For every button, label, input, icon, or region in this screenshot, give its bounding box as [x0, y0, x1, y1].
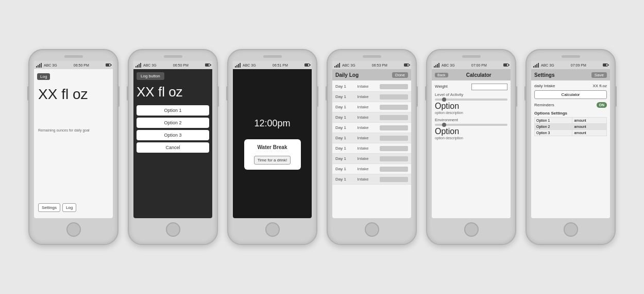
phone3-top-button	[263, 55, 282, 58]
option-value: amount	[572, 130, 607, 136]
phone2-cancel-button[interactable]: Cancel	[137, 142, 209, 153]
phone4-title: Daily Log	[335, 72, 359, 78]
phone3: ABC 3G 06:51 PM 12:00pm Water Break Time…	[227, 49, 317, 245]
day-label: Day 1	[335, 177, 346, 182]
intake-bar	[380, 167, 408, 172]
table-row: Day 1Intake	[332, 123, 411, 133]
day-label: Day 1	[335, 105, 346, 109]
intake-bar	[380, 136, 408, 141]
phone3-home-button[interactable]	[265, 222, 280, 237]
phone4-screen: ABC 3G 06:53 PM Daily Log Done Day 1Inta…	[332, 61, 411, 218]
table-row: Day 1Intake	[332, 143, 411, 154]
phone3-screen: ABC 3G 06:51 PM 12:00pm Water Break Time…	[233, 61, 312, 218]
phone1-settings-button[interactable]: Settings	[38, 203, 60, 212]
phone4-time: 06:53 PM	[372, 63, 387, 67]
phone2-log-button[interactable]: Log button	[137, 72, 164, 80]
phone1-remaining-text: Remaining ounces for daily goal	[34, 103, 113, 132]
phone5-option2-desc: option description	[435, 136, 507, 140]
phone2-amount: XX fl oz	[137, 84, 209, 100]
phone6-reminders-label: Reminders	[534, 103, 554, 107]
phone2-home-button[interactable]	[166, 222, 180, 237]
phone5-home-button[interactable]	[464, 222, 479, 237]
intake-label: Intake	[358, 105, 369, 109]
phone5-weight-label: Weight	[435, 84, 448, 89]
phone5-carrier: ABC 3G	[442, 63, 455, 67]
phone6-time: 07:09 PM	[571, 63, 586, 67]
day-label: Day 1	[335, 115, 346, 120]
phone5-option2-title: Option	[435, 127, 507, 136]
day-label: Day 1	[335, 167, 346, 171]
phone6-reminders-toggle[interactable]: ON	[597, 102, 607, 108]
phone6-calculator-button[interactable]: Calculator	[534, 90, 607, 99]
table-row: Day 1Intake	[332, 154, 411, 164]
phone4-carrier: ABC 3G	[342, 63, 355, 67]
phone5-weight-input[interactable]	[471, 84, 507, 90]
option-name: Option 1	[535, 118, 572, 124]
phone1-bottom-buttons: Settings Log	[34, 199, 113, 216]
phone1-log-button2[interactable]: Log	[62, 203, 76, 212]
phone6-home-button[interactable]	[564, 222, 578, 237]
intake-bar	[380, 84, 408, 89]
phone5-environment-label: Environment	[435, 118, 507, 122]
phone5-screen-content: Weight Level of Activity Option option d…	[432, 80, 511, 218]
phone6-daily-intake-row: daily Intake XX fl.oz	[534, 84, 607, 88]
phone3-time-display: 12:00pm	[254, 118, 290, 129]
intake-label: Intake	[358, 125, 369, 130]
phone6-options-table: Option 1 amount Option 2 amount Option 3…	[534, 117, 607, 136]
phone4-top-button	[363, 55, 381, 58]
phone5-activity-slider[interactable]	[435, 99, 507, 101]
phone2-option3-button[interactable]: Option 3	[137, 130, 209, 140]
phone1-status-bar: ABC 3G 06:50 PM	[34, 61, 113, 69]
phone6-carrier: ABC 3G	[541, 63, 554, 67]
phone6-reminders-row: Reminders ON	[534, 102, 607, 108]
phones-container: ABC 3G 06:50 PM Log XX fl oz Remaining o…	[18, 39, 626, 255]
phone3-screen-content: 12:00pm Water Break Time for a drink!	[233, 69, 312, 218]
phone6-save-button[interactable]: Save	[591, 72, 607, 78]
table-row: Day 1Intake	[332, 174, 411, 185]
intake-label: Intake	[358, 177, 369, 182]
phone5-top-button	[462, 55, 481, 58]
intake-label: Intake	[358, 136, 369, 140]
table-row: Day 1Intake	[332, 112, 411, 123]
intake-label: Intake	[358, 84, 369, 89]
intake-bar	[380, 146, 408, 151]
phone4-done-button[interactable]: Done	[392, 72, 408, 78]
phone6-status-bar: ABC 3G 07:09 PM	[531, 61, 610, 69]
phone1-carrier: ABC 3G	[44, 63, 57, 67]
intake-label: Intake	[358, 146, 369, 151]
phone1-home-button[interactable]	[66, 222, 81, 237]
table-row: Option 3 amount	[535, 130, 607, 136]
intake-label: Intake	[358, 94, 369, 99]
phone3-drink-button[interactable]: Time for a drink!	[254, 156, 291, 165]
table-row: Day 1Intake	[332, 92, 411, 102]
phone1-log-button[interactable]: Log	[37, 73, 50, 80]
phone5-activity-label: Level of Activity	[435, 92, 507, 97]
phone5-back-button[interactable]: Back	[435, 73, 448, 77]
phone4-home-button[interactable]	[365, 222, 379, 237]
table-row: Day 1Intake	[332, 164, 411, 174]
day-label: Day 1	[335, 136, 346, 140]
intake-bar	[380, 94, 408, 100]
phone6-top-button	[562, 55, 580, 58]
phone6-options-settings-title: Options Settings	[534, 111, 607, 116]
table-row: Option 1 amount	[535, 118, 607, 124]
intake-label: Intake	[358, 156, 369, 161]
phone5-header: Back Calculator	[432, 69, 511, 80]
phone6-title: Settings	[534, 72, 554, 78]
phone2-option2-button[interactable]: Option 2	[137, 118, 209, 128]
table-row: Day 1Intake	[332, 81, 411, 92]
phone2-screen: ABC 3G 06:50 PM Log button XX fl oz Opti…	[133, 61, 212, 218]
phone5: ABC 3G 07:00 PM Back Calculator Weight L…	[426, 49, 516, 245]
table-row: Option 2 amount	[535, 124, 607, 130]
table-row: Day 1Intake	[332, 102, 411, 112]
phone3-carrier: ABC 3G	[243, 63, 256, 67]
phone4-header: Daily Log Done	[332, 69, 411, 80]
phone4: ABC 3G 06:53 PM Daily Log Done Day 1Inta…	[327, 49, 417, 245]
phone2-time: 06:50 PM	[173, 63, 189, 67]
phone5-title: Calculator	[450, 72, 507, 78]
phone5-environment-slider[interactable]	[435, 124, 507, 126]
phone5-option1-desc: option description	[435, 111, 507, 115]
phone6-header: Settings Save	[531, 69, 610, 80]
phone2-option1-button[interactable]: Option 1	[137, 105, 209, 116]
intake-bar	[380, 115, 408, 120]
